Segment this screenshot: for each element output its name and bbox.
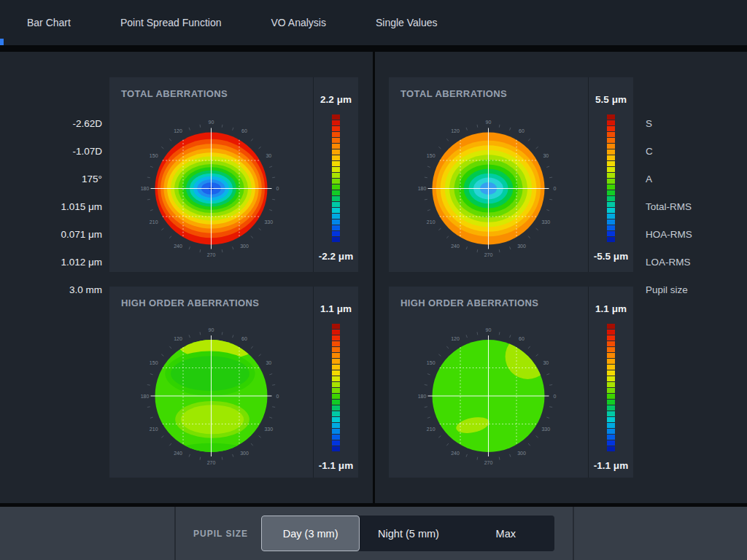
colorbar-segment xyxy=(607,231,615,236)
polar-map-svg: 0306090120150180210240270300330 xyxy=(109,77,313,272)
angle-label: 270 xyxy=(484,460,493,465)
scale-max-label: 5.5 μm xyxy=(595,94,627,105)
angle-label: 240 xyxy=(174,451,182,456)
angle-label: 240 xyxy=(174,244,182,249)
angle-label: 90 xyxy=(486,120,492,125)
panel-right-hoa: HIGH ORDER ABERRATIONS 03060901201501802… xyxy=(389,287,633,478)
angle-label: 30 xyxy=(266,153,271,158)
colorbar-segment xyxy=(607,341,615,346)
active-tab-indicator xyxy=(0,39,4,45)
panel-title: TOTAL ABERRATIONS xyxy=(121,88,228,99)
colorbar-segment xyxy=(332,330,340,335)
colorbar-segment xyxy=(607,132,615,137)
colorbar-segment xyxy=(332,132,340,137)
angle-label: 210 xyxy=(427,219,436,225)
footer-section-divider xyxy=(573,507,574,560)
colorbar-segment xyxy=(332,144,340,149)
colorbar-column: 2.2 μm -2.2 μm xyxy=(313,77,358,272)
measurement-value: 1.012 μm xyxy=(61,256,102,269)
colorbar-segment xyxy=(607,382,615,387)
tab-point-spread-function[interactable]: Point Spread Function xyxy=(120,17,222,28)
angle-label: 210 xyxy=(150,219,158,225)
colorbar-segment xyxy=(607,126,615,131)
colorbar-segment xyxy=(607,376,615,381)
angle-label: 90 xyxy=(209,120,214,125)
colorbar-segment xyxy=(332,382,340,387)
colorbar-segment xyxy=(607,138,615,143)
angle-label: 300 xyxy=(240,244,249,249)
colorbar-segment xyxy=(607,144,615,149)
colorbar-segment xyxy=(332,440,340,446)
tab-vo-analysis[interactable]: VO Analysis xyxy=(271,17,325,28)
colorbar-segment xyxy=(332,167,340,172)
colorbar-segment xyxy=(332,202,340,207)
measurement-value: 1.015 μm xyxy=(61,201,102,214)
panel-left-hoa: HIGH ORDER ABERRATIONS 03060901201501802… xyxy=(109,287,358,478)
panel-title: TOTAL ABERRATIONS xyxy=(400,88,507,99)
colorbar-segment xyxy=(607,417,615,422)
angle-label: 180 xyxy=(418,394,427,399)
panel-title: HIGH ORDER ABERRATIONS xyxy=(121,298,259,308)
angle-label: 120 xyxy=(174,128,182,133)
colorbar-segment xyxy=(332,435,340,440)
colorbar-segment xyxy=(332,155,340,160)
colorbar-segment xyxy=(607,440,615,446)
scale-min-label: -5.5 μm xyxy=(594,251,628,262)
angle-label: 30 xyxy=(543,153,549,158)
measurement-value: -1.07D xyxy=(72,145,102,158)
angle-label: 300 xyxy=(240,451,249,456)
colorbar-segment xyxy=(607,179,615,184)
colorbar xyxy=(607,324,615,452)
angle-label: 90 xyxy=(486,327,492,332)
angle-label: 90 xyxy=(209,327,214,332)
angle-label: 30 xyxy=(543,360,549,365)
colorbar-segment xyxy=(607,155,615,160)
colorbar-segment xyxy=(332,173,340,178)
colorbar-segment xyxy=(607,446,615,451)
colorbar-segment xyxy=(607,225,615,230)
angle-label: 150 xyxy=(427,360,436,365)
measurement-label-s: S xyxy=(646,117,652,131)
colorbar-segment xyxy=(332,179,340,184)
aberration-analysis-app: Bar ChartPoint Spread FunctionVO Analysi… xyxy=(0,0,747,560)
angle-label: 240 xyxy=(451,244,460,249)
tab-bar-chart[interactable]: Bar Chart xyxy=(27,17,71,28)
colorbar-segment xyxy=(607,196,615,201)
angle-label: 0 xyxy=(276,186,279,191)
angle-label: 330 xyxy=(264,219,273,225)
colorbar-segment xyxy=(607,411,615,416)
measurement-label-a: A xyxy=(646,173,652,186)
colorbar-segment xyxy=(607,120,615,125)
colorbar-segment xyxy=(332,138,340,143)
colorbar-segment xyxy=(332,214,340,219)
angle-label: 60 xyxy=(519,128,525,133)
measurement-values-column: -2.62D-1.07D175°1.015 μm0.071 μm1.012 μm… xyxy=(0,52,102,503)
measurement-value: -2.62D xyxy=(72,117,102,131)
pupil-option-max[interactable]: Max xyxy=(457,516,554,551)
colorbar-segment xyxy=(332,388,340,393)
tab-bar: Bar ChartPoint Spread FunctionVO Analysi… xyxy=(0,0,747,45)
colorbar-segment xyxy=(332,190,340,195)
angle-label: 180 xyxy=(418,186,427,191)
angle-label: 330 xyxy=(264,427,273,432)
colorbar-segment xyxy=(332,370,340,376)
pupil-option-night-5-mm[interactable]: Night (5 mm) xyxy=(360,516,457,551)
polar-map-svg: 0306090120150180210240270300330 xyxy=(109,287,313,478)
panel-left-total: TOTAL ABERRATIONS 0306090120150180210240… xyxy=(109,77,358,272)
pupil-option-day-3-mm[interactable]: Day (3 mm) xyxy=(261,516,360,551)
tab-single-values[interactable]: Single Values xyxy=(376,17,438,28)
angle-label: 210 xyxy=(427,427,436,432)
colorbar-segment xyxy=(607,161,615,166)
angle-label: 150 xyxy=(427,153,436,158)
colorbar-segment xyxy=(607,173,615,178)
angle-label: 30 xyxy=(266,360,271,365)
colorbar xyxy=(332,324,340,452)
colorbar-segment xyxy=(332,423,340,428)
colorbar-segment xyxy=(332,225,340,230)
angle-label: 300 xyxy=(517,244,526,249)
colorbar-segment xyxy=(332,149,340,155)
colorbar-segment xyxy=(332,196,340,201)
colorbar-segment xyxy=(607,435,615,440)
aberration-map-right-total: 0306090120150180210240270300330 xyxy=(389,77,588,272)
colorbar-segment xyxy=(607,114,615,120)
